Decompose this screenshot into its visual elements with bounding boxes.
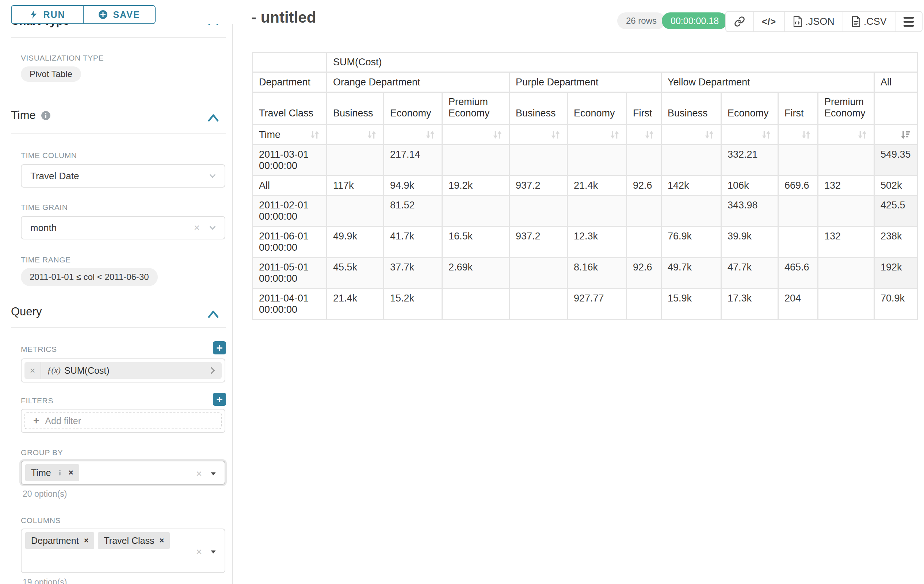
chevron-down-icon[interactable] xyxy=(208,223,217,232)
value-cell: 937.2 xyxy=(510,227,567,257)
sort-icon[interactable] xyxy=(550,129,561,140)
group-by-select[interactable]: Time× × xyxy=(21,461,225,485)
travel-class-header[interactable]: Economy xyxy=(384,93,442,124)
row-dimension-sort-cell[interactable]: Time xyxy=(253,125,326,144)
row-label: 2011-03-01 00:00:00 xyxy=(253,145,326,175)
add-metric-button[interactable]: + xyxy=(213,341,226,354)
sort-icon[interactable] xyxy=(609,129,620,140)
visualization-type-pill[interactable]: Pivot Table xyxy=(21,66,81,82)
add-filter-label: Add filter xyxy=(45,416,81,426)
export-json-button[interactable]: .JSON xyxy=(784,12,843,31)
info-icon xyxy=(56,469,64,476)
value-cell xyxy=(443,196,509,226)
export-json-label: .JSON xyxy=(805,16,835,27)
chevron-down-icon[interactable] xyxy=(208,171,217,181)
column-sort-cell[interactable] xyxy=(327,125,383,144)
column-sort-cell[interactable] xyxy=(443,125,509,144)
column-sort-cell[interactable] xyxy=(510,125,567,144)
time-range-pill[interactable]: 2011-01-01 ≤ col < 2011-06-30 xyxy=(21,268,158,286)
department-group-header[interactable]: Orange Department xyxy=(327,72,509,92)
column-sort-cell[interactable] xyxy=(722,125,777,144)
clear-icon[interactable]: × xyxy=(196,468,202,480)
file-code-icon xyxy=(793,16,802,27)
metric-tag[interactable]: × ƒ(x) SUM(Cost) xyxy=(25,362,222,379)
add-filter-button[interactable]: + Add filter xyxy=(25,413,222,429)
travel-class-header[interactable]: Premium Economy xyxy=(443,93,509,124)
metrics-field: × ƒ(x) SUM(Cost) xyxy=(21,359,225,383)
sort-icon[interactable] xyxy=(761,129,772,140)
remove-tag-icon[interactable]: × xyxy=(69,468,73,477)
time-section-title: Time xyxy=(11,109,36,122)
clear-icon[interactable]: × xyxy=(196,546,202,558)
value-cell: 37.7k xyxy=(384,258,442,288)
column-sort-cell[interactable] xyxy=(779,125,817,144)
dimension-tag[interactable]: Travel Class× xyxy=(98,532,170,549)
chevron-up-icon[interactable] xyxy=(207,112,220,123)
add-filter-plus-button[interactable]: + xyxy=(213,393,226,406)
menu-button[interactable] xyxy=(895,12,922,31)
clear-icon[interactable]: × xyxy=(194,222,200,234)
column-sort-cell[interactable] xyxy=(818,125,874,144)
value-cell: 41.7k xyxy=(384,227,442,257)
sort-icon[interactable] xyxy=(366,129,377,140)
travel-class-header[interactable]: Business xyxy=(510,93,567,124)
remove-tag-icon[interactable]: × xyxy=(84,536,89,545)
department-group-header[interactable]: All xyxy=(875,72,917,92)
value-cell: 927.77 xyxy=(568,289,626,319)
travel-class-header[interactable]: First xyxy=(779,93,817,124)
save-button[interactable]: SAVE xyxy=(84,6,155,23)
row-dimension-label: Time xyxy=(259,129,280,140)
pivot-table: SUM(Cost)DepartmentOrange DepartmentPurp… xyxy=(252,52,918,320)
value-cell xyxy=(627,227,661,257)
travel-class-header xyxy=(875,93,917,124)
time-grain-select[interactable]: month × xyxy=(21,216,225,239)
columns-select[interactable]: Department×Travel Class× × xyxy=(21,528,225,573)
caret-down-icon[interactable] xyxy=(209,470,217,478)
column-sort-cell[interactable] xyxy=(662,125,721,144)
sort-icon[interactable] xyxy=(492,129,503,140)
travel-class-header[interactable]: Premium Economy xyxy=(818,93,874,124)
embed-code-button[interactable]: </> xyxy=(753,12,784,31)
department-group-header[interactable]: Purple Department xyxy=(510,72,661,92)
value-cell: 21.4k xyxy=(568,176,626,195)
run-button[interactable]: RUN xyxy=(12,6,84,23)
dimension-tag[interactable]: Department× xyxy=(25,532,94,549)
copy-link-button[interactable] xyxy=(726,12,753,31)
column-sort-cell[interactable] xyxy=(627,125,661,144)
column-sort-cell[interactable] xyxy=(568,125,626,144)
info-icon[interactable] xyxy=(41,110,51,120)
remove-metric-icon[interactable]: × xyxy=(25,362,41,379)
column-sort-cell[interactable] xyxy=(875,125,917,144)
chevron-up-icon[interactable] xyxy=(207,309,220,320)
caret-down-icon[interactable] xyxy=(209,548,217,556)
sort-desc-icon[interactable] xyxy=(900,129,911,140)
sort-icon[interactable] xyxy=(800,129,812,140)
value-cell: 204 xyxy=(779,289,817,319)
sort-icon[interactable] xyxy=(309,129,320,140)
travel-class-header[interactable]: Business xyxy=(662,93,721,124)
sort-icon[interactable] xyxy=(425,129,436,140)
department-group-header[interactable]: Yellow Department xyxy=(662,72,874,92)
travel-class-header[interactable]: First xyxy=(627,93,661,124)
sort-icon[interactable] xyxy=(704,129,715,140)
column-sort-cell[interactable] xyxy=(384,125,442,144)
remove-tag-icon[interactable]: × xyxy=(159,536,164,545)
travel-class-header[interactable]: Economy xyxy=(568,93,626,124)
travel-class-header[interactable]: Economy xyxy=(722,93,777,124)
travel-class-header[interactable]: Business xyxy=(327,93,383,124)
value-cell: 49.7k xyxy=(662,258,721,288)
chevron-right-icon[interactable] xyxy=(208,366,217,375)
export-csv-button[interactable]: .CSV xyxy=(843,12,895,31)
tag-label: Department xyxy=(31,535,79,546)
time-column-label: TIME COLUMN xyxy=(21,151,77,160)
chart-actions: </> .JSON .CSV xyxy=(725,11,922,32)
sort-icon[interactable] xyxy=(644,129,655,140)
time-column-select[interactable]: Travel Date xyxy=(21,164,225,188)
sort-icon[interactable] xyxy=(857,129,868,140)
metric-header: SUM(Cost) xyxy=(327,53,917,72)
value-cell xyxy=(627,145,661,175)
time-grain-value: month xyxy=(30,222,194,234)
dimension-tag[interactable]: Time× xyxy=(25,464,79,481)
plus-circle-icon xyxy=(98,10,108,19)
chart-title[interactable]: - untitled xyxy=(251,9,316,26)
